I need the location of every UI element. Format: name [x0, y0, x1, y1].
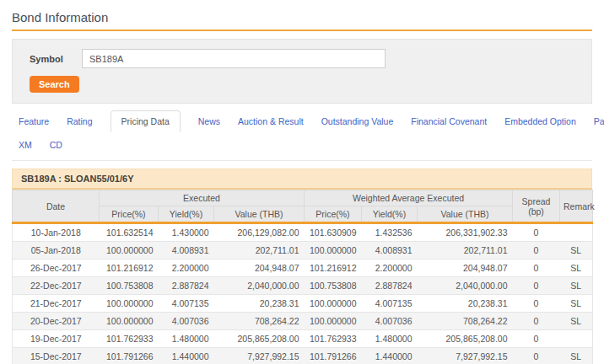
cell-exec-value: 20,238.31	[214, 295, 305, 313]
bond-title-bar: SB189A : SLOAN55/01/6Y	[12, 169, 592, 190]
cell-exec-value: 7,927,992.15	[214, 348, 305, 364]
tab-cd[interactable]: CD	[50, 140, 62, 150]
cell-exec-price: 100.000000	[100, 295, 159, 313]
cell-exec-price: 101.216912	[100, 260, 159, 277]
pricing-table: Date Executed Weighted Average Executed …	[12, 190, 593, 364]
cell-remark: SL	[560, 313, 593, 330]
cell-exec-value: 205,865,208.00	[214, 330, 305, 348]
tab-bar: Feature Rating Pricing Data News Auction…	[12, 110, 592, 161]
cell-remark: SL	[560, 348, 593, 364]
table-row: 21-Dec-2017 100.000000 4.007135 20,238.3…	[13, 295, 593, 313]
cell-exec-yield: 2.200000	[159, 260, 214, 277]
cell-date: 05-Jan-2018	[13, 242, 100, 260]
cell-exec-value: 206,129,082.00	[214, 223, 305, 242]
col-header-remark: Remark	[560, 190, 593, 223]
cell-wa-value: 7,927,992.15	[418, 348, 513, 364]
tab-financial-covenant[interactable]: Financial Covenant	[411, 116, 487, 126]
cell-exec-price: 101.791266	[100, 348, 159, 364]
tab-auction-result[interactable]: Auction & Result	[238, 116, 304, 126]
tab-row-2: XM CD	[19, 135, 592, 154]
cell-date: 15-Dec-2017	[13, 348, 100, 364]
cell-date: 22-Dec-2017	[13, 277, 100, 295]
cell-exec-value: 202,711.01	[214, 242, 305, 260]
col-header-date: Date	[13, 190, 100, 223]
cell-remark: SL	[560, 295, 593, 313]
table-row: 15-Dec-2017 101.791266 1.440000 7,927,99…	[13, 348, 593, 364]
cell-exec-yield: 2.887824	[159, 277, 214, 295]
cell-date: 19-Dec-2017	[13, 330, 100, 348]
cell-date: 20-Dec-2017	[13, 313, 100, 330]
cell-exec-yield: 4.008931	[159, 242, 214, 260]
cell-wa-value: 205,865,208.00	[418, 330, 513, 348]
cell-remark	[560, 223, 593, 242]
col-header-exec-value: Value (THB)	[214, 206, 305, 223]
cell-wa-price: 101.791266	[305, 348, 362, 364]
col-header-wa-value: Value (THB)	[418, 206, 513, 223]
cell-wa-yield: 1.440000	[362, 348, 418, 364]
cell-wa-value: 20,238.31	[418, 295, 513, 313]
table-row: 10-Jan-2018 101.632514 1.430000 206,129,…	[13, 223, 593, 242]
col-header-wa-yield: Yield(%)	[362, 206, 418, 223]
cell-exec-yield: 4.007135	[159, 295, 214, 313]
table-row: 22-Dec-2017 100.753808 2.887824 2,040,00…	[13, 277, 593, 295]
cell-spread: 0	[513, 295, 560, 313]
tab-rating[interactable]: Rating	[67, 116, 92, 126]
pricing-table-body: 10-Jan-2018 101.632514 1.430000 206,129,…	[13, 223, 593, 364]
table-row: 19-Dec-2017 101.762933 1.480000 205,865,…	[13, 330, 593, 348]
col-header-exec-yield: Yield(%)	[159, 206, 214, 223]
cell-spread: 0	[513, 330, 560, 348]
cell-exec-yield: 1.430000	[159, 223, 214, 242]
cell-spread: 0	[513, 313, 560, 330]
cell-exec-price: 101.762933	[100, 330, 159, 348]
cell-spread: 0	[513, 348, 560, 364]
cell-exec-price: 100.753808	[100, 277, 159, 295]
pricing-table-header: Date Executed Weighted Average Executed …	[13, 190, 593, 223]
cell-wa-value: 708,264.22	[418, 313, 513, 330]
tab-xm[interactable]: XM	[19, 140, 32, 150]
col-header-wa-price: Price(%)	[305, 206, 362, 223]
cell-remark: SL	[560, 277, 593, 295]
search-button[interactable]: Search	[30, 76, 79, 93]
tab-outstanding-value[interactable]: Outstanding Value	[321, 116, 394, 126]
table-row: 05-Jan-2018 100.000000 4.008931 202,711.…	[13, 242, 593, 260]
cell-remark: SL	[560, 260, 593, 277]
cell-exec-value: 708,264.22	[214, 313, 305, 330]
cell-wa-value: 204,948.07	[418, 260, 513, 277]
tab-pricing-data[interactable]: Pricing Data	[111, 110, 181, 132]
search-form-panel: Symbol Search	[12, 39, 592, 104]
bond-panel: SB189A : SLOAN55/01/6Y Date Executed Wei…	[12, 169, 592, 364]
cell-wa-price: 101.630909	[305, 223, 362, 242]
cell-spread: 0	[513, 260, 560, 277]
cell-wa-price: 100.000000	[305, 295, 362, 313]
cell-wa-yield: 1.432536	[362, 223, 418, 242]
cell-wa-value: 206,331,902.33	[418, 223, 513, 242]
col-header-spread: Spread (bp)	[513, 190, 560, 223]
col-header-exec-price: Price(%)	[100, 206, 159, 223]
cell-wa-price: 101.216912	[305, 260, 362, 277]
cell-wa-price: 100.000000	[305, 313, 362, 330]
cell-spread: 0	[513, 242, 560, 260]
cell-date: 10-Jan-2018	[13, 223, 100, 242]
cell-exec-price: 100.000000	[100, 242, 159, 260]
tab-participants[interactable]: Participants	[594, 116, 604, 126]
tab-embedded-option[interactable]: Embedded Option	[504, 116, 576, 126]
tab-news[interactable]: News	[198, 116, 220, 126]
col-group-weighted-average: Weighted Average Executed	[305, 190, 513, 206]
cell-wa-value: 202,711.01	[418, 242, 513, 260]
cell-exec-value: 204,948.07	[214, 260, 305, 277]
cell-wa-price: 100.000000	[305, 242, 362, 260]
cell-wa-yield: 4.007135	[362, 295, 418, 313]
cell-exec-price: 101.632514	[100, 223, 159, 242]
cell-exec-yield: 1.440000	[159, 348, 214, 364]
cell-wa-yield: 2.200000	[362, 260, 418, 277]
tab-feature[interactable]: Feature	[19, 116, 49, 126]
col-group-executed: Executed	[100, 190, 305, 206]
cell-wa-price: 101.762933	[305, 330, 362, 348]
cell-exec-yield: 1.480000	[159, 330, 214, 348]
cell-exec-value: 2,040,000.00	[214, 277, 305, 295]
cell-date: 26-Dec-2017	[13, 260, 100, 277]
table-row: 26-Dec-2017 101.216912 2.200000 204,948.…	[13, 260, 593, 277]
cell-remark: SL	[560, 242, 593, 260]
cell-wa-value: 2,040,000.00	[418, 277, 513, 295]
symbol-input[interactable]	[82, 49, 386, 68]
